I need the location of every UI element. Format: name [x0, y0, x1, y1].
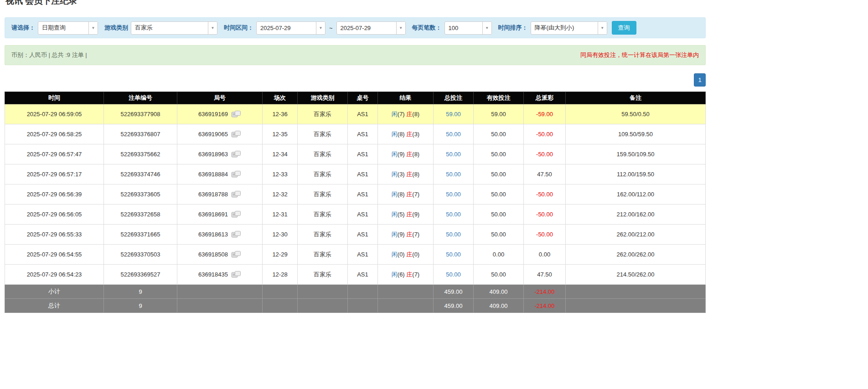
cell-valid-bet: 50.00: [474, 144, 524, 164]
round-id-text: 636918963: [198, 151, 228, 158]
filter-bar: 请选择： 日期查询 ▼ 游戏类别 百家乐 ▼ 时间区间： 2025-07-29 …: [5, 17, 706, 38]
cell-session: 12-28: [263, 265, 298, 285]
game-video-icon[interactable]: [231, 110, 241, 118]
cell-result: 闲(0) 庄(0): [378, 245, 434, 265]
cell-session: 12-29: [263, 245, 298, 265]
result-banker-score: (8): [412, 171, 419, 178]
result-banker-score: (0): [412, 251, 419, 258]
game-video-icon[interactable]: [231, 271, 241, 278]
game-type-value: 百家乐: [131, 24, 208, 32]
cell-result: 闲(8) 庄(7): [378, 184, 434, 205]
cell-bet-id: 522693369527: [104, 265, 177, 285]
footer-cell: 总计: [5, 299, 104, 313]
cell-total-bet[interactable]: 50.00: [434, 164, 474, 184]
footer-cell: [566, 299, 706, 313]
cell-time: 2025-07-29 06:57:17: [5, 164, 104, 184]
total-row: 总计9459.00409.00-214.00: [5, 299, 706, 313]
column-header: 场次: [263, 92, 298, 104]
cell-table-no: AS1: [348, 184, 378, 205]
round-id-text: 636918613: [198, 231, 228, 238]
result-player-label: 闲: [392, 211, 398, 218]
chevron-down-icon[interactable]: ▼: [396, 22, 405, 34]
column-header: 备注: [566, 92, 706, 104]
game-video-icon[interactable]: [231, 190, 241, 198]
footer-cell: 409.00: [474, 299, 524, 313]
date-from-input[interactable]: 2025-07-29 ▼: [256, 21, 326, 35]
game-video-icon[interactable]: [231, 170, 241, 178]
game-video-icon[interactable]: [231, 130, 241, 138]
cell-table-no: AS1: [348, 245, 378, 265]
table-row: 2025-07-29 06:59:05 522693377908 6369191…: [5, 104, 706, 124]
cell-payout: 47.50: [524, 164, 566, 184]
game-video-icon[interactable]: [231, 210, 241, 218]
cell-payout: -50.00: [524, 144, 566, 164]
footer-cell: 9: [104, 285, 177, 299]
cell-valid-bet: 50.00: [474, 225, 524, 245]
cell-round-id: 636918691: [177, 205, 263, 225]
cell-game-type: 百家乐: [298, 144, 348, 164]
result-banker-score: (8): [412, 151, 419, 158]
query-button[interactable]: 查询: [612, 21, 636, 35]
subtotal-row: 小计9459.00409.00-214.00: [5, 285, 706, 299]
chevron-down-icon[interactable]: ▼: [598, 22, 607, 34]
cell-total-bet[interactable]: 50.00: [434, 144, 474, 164]
cell-total-bet[interactable]: 50.00: [434, 265, 474, 285]
cell-total-bet[interactable]: 50.00: [434, 225, 474, 245]
date-to-input[interactable]: 2025-07-29 ▼: [336, 21, 406, 35]
cell-total-bet[interactable]: 50.00: [434, 184, 474, 205]
result-banker-label: 庄: [406, 251, 412, 258]
footer-cell: 459.00: [434, 299, 474, 313]
cell-game-type: 百家乐: [298, 225, 348, 245]
cell-bet-id: 522693374746: [104, 164, 177, 184]
result-banker-label: 庄: [406, 271, 412, 278]
cell-remark: 109.50/59.50: [566, 124, 706, 144]
page-title: 视讯 会员下注纪录: [5, 0, 706, 5]
footer-cell: [566, 285, 706, 299]
cell-table-no: AS1: [348, 205, 378, 225]
date-range-separator: ~: [328, 25, 334, 31]
result-player-label: 闲: [392, 111, 398, 118]
sort-order-select[interactable]: 降幂(由大到小) ▼: [531, 21, 607, 35]
result-player-label: 闲: [392, 171, 398, 178]
cell-total-bet[interactable]: 59.00: [434, 104, 474, 124]
cell-remark: 262.00/262.00: [566, 245, 706, 265]
round-id-text: 636918788: [198, 191, 228, 198]
cell-total-bet[interactable]: 50.00: [434, 245, 474, 265]
game-video-icon[interactable]: [231, 150, 241, 158]
game-type-select[interactable]: 百家乐 ▼: [131, 21, 217, 35]
game-video-icon[interactable]: [231, 251, 241, 258]
chevron-down-icon[interactable]: ▼: [208, 22, 217, 34]
query-type-select[interactable]: 日期查询 ▼: [38, 21, 98, 35]
result-player-score: (8): [398, 131, 405, 138]
chevron-down-icon[interactable]: ▼: [88, 22, 98, 34]
game-video-icon[interactable]: [231, 230, 241, 238]
page-size-select[interactable]: 100 ▼: [444, 21, 492, 35]
page-number-button[interactable]: 1: [694, 73, 706, 87]
cell-payout: 47.50: [524, 265, 566, 285]
result-player-label: 闲: [392, 251, 398, 258]
round-id-text: 636918884: [198, 171, 228, 178]
table-row: 2025-07-29 06:54:55 522693370503 6369185…: [5, 245, 706, 265]
result-banker-score: (7): [412, 271, 419, 278]
cell-table-no: AS1: [348, 265, 378, 285]
cell-total-bet[interactable]: 50.00: [434, 205, 474, 225]
cell-time: 2025-07-29 06:54:23: [5, 265, 104, 285]
chevron-down-icon[interactable]: ▼: [482, 22, 491, 34]
table-row: 2025-07-29 06:54:23 522693369527 6369184…: [5, 265, 706, 285]
result-player-label: 闲: [392, 191, 398, 198]
cell-bet-id: 522693377908: [104, 104, 177, 124]
column-header: 总投注: [434, 92, 474, 104]
cell-total-bet[interactable]: 50.00: [434, 124, 474, 144]
result-banker-label: 庄: [406, 191, 412, 198]
cell-payout: -50.00: [524, 225, 566, 245]
cell-session: 12-36: [263, 104, 298, 124]
cell-round-id: 636919169: [177, 104, 263, 124]
bet-records-table: 时间注单编号局号场次游戏类别桌号结果总投注有效投注总派彩备注 2025-07-2…: [5, 92, 706, 313]
cell-session: 12-31: [263, 205, 298, 225]
cell-remark: 112.00/159.50: [566, 164, 706, 184]
chevron-down-icon[interactable]: ▼: [316, 22, 325, 34]
result-banker-label: 庄: [406, 211, 412, 218]
currency-total-text: 币别：人民币 | 总共 :9 注单 |: [11, 51, 87, 59]
table-row: 2025-07-29 06:55:33 522693371665 6369186…: [5, 225, 706, 245]
round-id-text: 636918691: [198, 211, 228, 218]
